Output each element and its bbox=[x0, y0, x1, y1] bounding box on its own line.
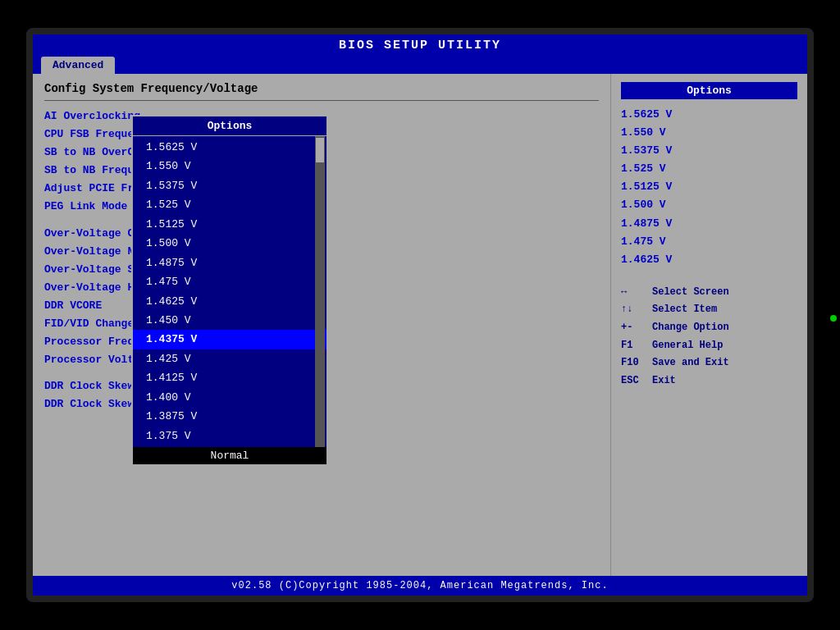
footer-bar: v02.58 (C)Copyright 1985-2004, American … bbox=[33, 576, 807, 596]
help-section: ↔Select Screen↑↓Select Item+-Change Opti… bbox=[621, 284, 797, 390]
help-item: F1General Help bbox=[621, 337, 797, 355]
help-key: +- bbox=[621, 319, 644, 337]
help-desc: General Help bbox=[652, 337, 723, 355]
dropdown-item[interactable]: 1.475 V bbox=[133, 272, 326, 291]
dropdown-item[interactable]: 1.375 V bbox=[133, 427, 326, 445]
help-key: ↑↓ bbox=[621, 301, 644, 319]
dot-indicator bbox=[830, 315, 837, 322]
help-desc: Save and Exit bbox=[652, 354, 729, 372]
dropdown-item[interactable]: 1.525 V bbox=[133, 195, 326, 214]
help-desc: Select Screen bbox=[652, 284, 729, 302]
dropdown-overlay[interactable]: Options 1.5625 V1.550 V1.5375 V1.525 V1.… bbox=[131, 115, 328, 466]
help-desc: Change Option bbox=[652, 319, 729, 337]
dropdown-list[interactable]: 1.5625 V1.550 V1.5375 V1.525 V1.5125 V1.… bbox=[133, 136, 326, 447]
monitor: BIOS SETUP UTILITY Advanced Config Syste… bbox=[26, 28, 814, 602]
left-panel: Config System Frequency/Voltage AI Overc… bbox=[33, 74, 610, 576]
scrollbar[interactable] bbox=[315, 136, 325, 447]
dropdown-item[interactable]: 1.500 V bbox=[133, 234, 326, 253]
main-area: Config System Frequency/Voltage AI Overc… bbox=[33, 74, 807, 576]
help-desc: Exit bbox=[652, 372, 676, 390]
option-value: 1.475 V bbox=[621, 233, 797, 251]
help-item: F10Save and Exit bbox=[621, 354, 797, 372]
dropdown-item[interactable]: 1.4375 V bbox=[133, 330, 326, 349]
options-values: 1.5625 V1.550 V1.5375 V1.525 V1.5125 V1.… bbox=[621, 106, 797, 269]
option-value: 1.5625 V bbox=[621, 106, 797, 124]
options-header: Options bbox=[621, 82, 797, 99]
dropdown-item[interactable]: 1.4125 V bbox=[133, 368, 326, 387]
dropdown-item[interactable]: 1.4875 V bbox=[133, 253, 326, 272]
option-value: 1.550 V bbox=[621, 124, 797, 142]
tab-bar: Advanced bbox=[33, 57, 807, 74]
option-value: 1.5375 V bbox=[621, 142, 797, 160]
dropdown-item[interactable]: 1.5625 V bbox=[133, 138, 326, 157]
tab-advanced[interactable]: Advanced bbox=[41, 57, 115, 74]
option-value: 1.525 V bbox=[621, 160, 797, 178]
option-value: 1.500 V bbox=[621, 196, 797, 214]
help-item: ↑↓Select Item bbox=[621, 301, 797, 319]
help-key: F10 bbox=[621, 354, 644, 372]
bios-title: BIOS SETUP UTILITY bbox=[33, 34, 807, 57]
dropdown-item[interactable]: 1.4625 V bbox=[133, 292, 326, 311]
help-item: +-Change Option bbox=[621, 319, 797, 337]
dropdown-header: Options bbox=[133, 116, 326, 136]
right-panel: Options 1.5625 V1.550 V1.5375 V1.525 V1.… bbox=[610, 74, 807, 576]
dropdown-item[interactable]: 1.450 V bbox=[133, 311, 326, 330]
option-value: 1.4625 V bbox=[621, 251, 797, 269]
help-key: F1 bbox=[621, 337, 644, 355]
section-title: Config System Frequency/Voltage bbox=[44, 82, 599, 95]
dropdown-item[interactable]: 1.3875 V bbox=[133, 407, 326, 426]
option-value: 1.4875 V bbox=[621, 215, 797, 233]
dropdown-item[interactable]: 1.400 V bbox=[133, 388, 326, 407]
help-key: ESC bbox=[621, 372, 644, 390]
help-desc: Select Item bbox=[652, 301, 717, 319]
dropdown-footer: Normal bbox=[133, 447, 326, 464]
help-item: ↔Select Screen bbox=[621, 284, 797, 302]
scrollbar-thumb[interactable] bbox=[316, 138, 324, 162]
dropdown-item[interactable]: 1.550 V bbox=[133, 157, 326, 176]
help-item: ESCExit bbox=[621, 372, 797, 390]
help-key: ↔ bbox=[621, 284, 644, 302]
dropdown-item[interactable]: 1.5375 V bbox=[133, 176, 326, 195]
option-value: 1.5125 V bbox=[621, 178, 797, 196]
dropdown-item[interactable]: 1.425 V bbox=[133, 349, 326, 368]
divider bbox=[44, 100, 599, 101]
dropdown-item[interactable]: 1.5125 V bbox=[133, 215, 326, 234]
